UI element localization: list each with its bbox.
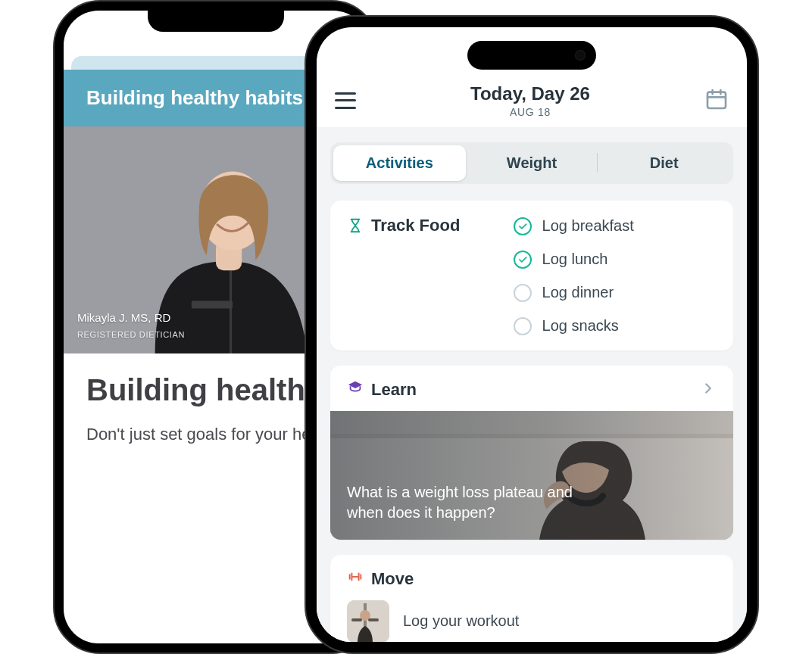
header-subtitle: AUG 18: [510, 106, 551, 118]
tab-diet[interactable]: Diet: [598, 145, 730, 181]
check-circle-done-icon: [514, 251, 532, 269]
food-item-label: Log breakfast: [542, 217, 634, 235]
svg-rect-6: [707, 92, 726, 108]
dumbbell-icon: [347, 568, 364, 590]
tab-weight[interactable]: Weight: [466, 145, 598, 181]
food-item-label: Log dinner: [542, 284, 614, 301]
learn-hero-text: What is a weight loss plateau and when d…: [347, 482, 612, 523]
food-item[interactable]: Log dinner: [514, 284, 717, 302]
app-header: Today, Day 26 AUG 18: [317, 76, 747, 127]
food-item[interactable]: Log breakfast: [514, 217, 717, 235]
log-workout-row[interactable]: Log your workout: [347, 600, 717, 642]
workout-thumbnail: [347, 600, 389, 642]
header-title: Today, Day 26: [470, 83, 590, 104]
chevron-right-icon: [700, 380, 717, 400]
food-item-label: Log lunch: [542, 251, 608, 268]
svg-rect-1: [230, 270, 232, 353]
coach-name: Mikayla J. MS, RD: [77, 311, 170, 324]
coach-role: REGISTERED DIETICIAN: [77, 329, 185, 341]
svg-rect-4: [192, 301, 233, 308]
track-food-title: Track Food: [371, 216, 460, 235]
dynamic-island-icon: [467, 41, 596, 70]
track-food-card: Track Food Log breakfastLog lunchLog din…: [330, 201, 733, 350]
notch-icon: [148, 11, 284, 32]
move-card: Move Log your workout: [330, 555, 733, 642]
menu-icon[interactable]: [335, 92, 356, 109]
calendar-icon[interactable]: [704, 87, 729, 114]
graduation-cap-icon: [347, 379, 364, 400]
learn-title: Learn: [371, 380, 417, 400]
hourglass-icon: [347, 217, 364, 234]
learn-hero[interactable]: What is a weight loss plateau and when d…: [330, 411, 733, 540]
move-title: Move: [371, 569, 414, 589]
food-item[interactable]: Log lunch: [514, 251, 717, 269]
check-circle-empty-icon: [514, 284, 532, 302]
check-circle-empty-icon: [514, 317, 532, 335]
phone-frame-front: Today, Day 26 AUG 18 Activities Weight D…: [304, 15, 759, 654]
food-item-label: Log snacks: [542, 317, 619, 335]
tab-activities[interactable]: Activities: [333, 145, 466, 181]
segmented-tabs: Activities Weight Diet: [330, 142, 733, 184]
food-item[interactable]: Log snacks: [514, 317, 717, 335]
check-circle-done-icon: [514, 217, 532, 235]
log-workout-label: Log your workout: [403, 612, 519, 630]
learn-card[interactable]: Learn: [330, 366, 733, 540]
